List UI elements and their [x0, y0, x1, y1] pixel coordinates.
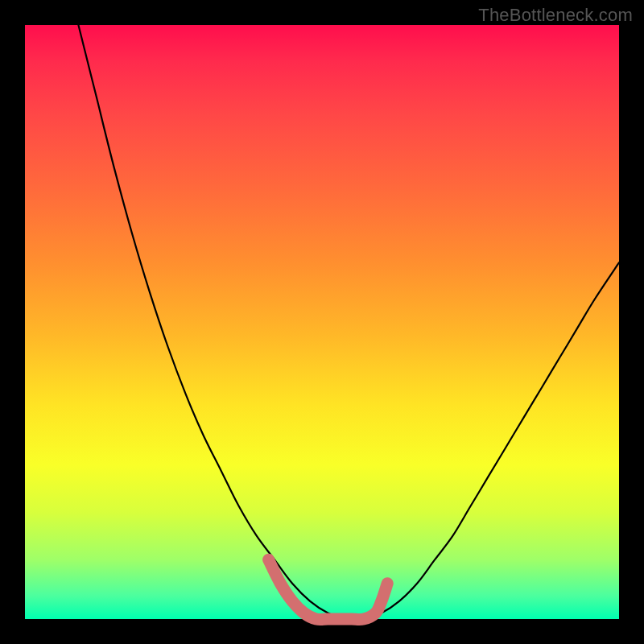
chart-svg	[25, 25, 619, 619]
curve-notch	[269, 559, 388, 619]
plot-area	[25, 25, 619, 619]
chart-frame: TheBottleneck.com	[0, 0, 644, 644]
watermark-text: TheBottleneck.com	[478, 5, 633, 26]
curve-main	[78, 25, 619, 620]
